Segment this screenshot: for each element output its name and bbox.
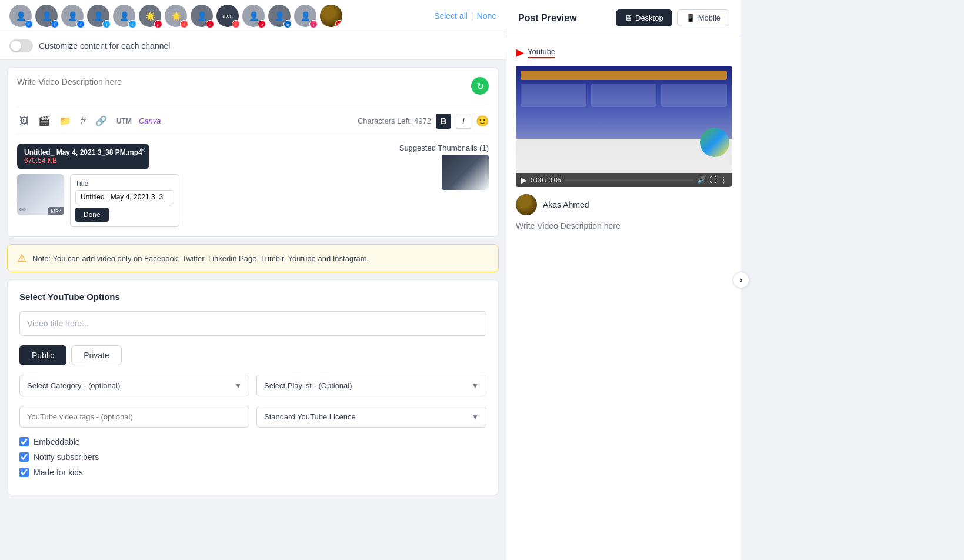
canva-btn[interactable]: Canva	[139, 116, 161, 125]
char-count: Characters Left: 4972	[358, 116, 431, 125]
private-button[interactable]: Private	[71, 345, 122, 365]
settings-icon[interactable]: ⋮	[720, 176, 727, 184]
italic-button[interactable]: I	[456, 114, 471, 129]
fullscreen-icon[interactable]: ⛶	[709, 176, 716, 184]
licence-dropdown[interactable]: Standard YouTube Licence ▼	[256, 406, 486, 428]
category-dropdown[interactable]: Select Category - (optional) ▼	[19, 375, 249, 396]
mobile-btn[interactable]: 📱 Mobile	[677, 9, 729, 26]
kids-row: Made for kids	[19, 468, 486, 477]
edit-icon[interactable]: ✏	[19, 205, 26, 214]
tags-input[interactable]	[19, 406, 249, 428]
channel-avatar-5[interactable]: 👤 t	[113, 5, 135, 27]
video-btn[interactable]: 🎬	[36, 113, 52, 129]
badge-alert-2: !	[232, 20, 240, 28]
licence-chevron: ▼	[472, 413, 479, 421]
yt-preview-tab: ▶ Youtube	[516, 46, 732, 59]
licence-label: Standard YouTube Licence	[264, 412, 356, 421]
note-text: Note: You can add video only on Facebook…	[32, 254, 369, 263]
link-btn[interactable]: 🔗	[93, 113, 109, 129]
view-buttons: 🖥 Desktop 📱 Mobile	[616, 9, 729, 26]
badge-pi-3: p	[258, 20, 266, 28]
channel-avatar-main[interactable]: ▶	[320, 5, 342, 27]
separator: |	[471, 11, 473, 21]
folder-btn[interactable]: 📁	[57, 113, 74, 129]
channel-avatar-10[interactable]: 👤 p	[242, 5, 265, 27]
progress-bar	[565, 179, 693, 181]
playlist-chevron: ▼	[472, 382, 479, 390]
suggested-thumbnails-label: Suggested Thumbnails (1)	[399, 144, 489, 152]
preview-avatar	[516, 194, 537, 215]
badge-li: in	[283, 20, 292, 28]
editor-toolbar: 🖼 🎬 📁 # 🔗 UTM Canva Characters Left: 497…	[17, 108, 489, 134]
select-all-link[interactable]: Select all	[434, 11, 468, 21]
badge-tw-2: t	[128, 20, 136, 28]
video-controls: ▶ 0:00 / 0:05 🔊 ⛶ ⋮	[516, 173, 732, 187]
channel-avatar-7[interactable]: 🌟 !	[165, 5, 187, 27]
selects-row: Select Category - (optional) ▼ Select Pl…	[19, 375, 486, 396]
channel-avatar-4[interactable]: 👤 t	[87, 5, 109, 27]
public-button[interactable]: Public	[19, 345, 66, 365]
file-name: Untitled_ May 4, 2021 3_38 PM.mp4	[24, 148, 142, 156]
preview-username: Akas Ahmed	[543, 200, 589, 209]
channel-bar: 👤 f 👤 f 👤 f 👤 t 👤 t 🌟 p 🌟 ! 👤 p	[0, 0, 506, 32]
preview-description: Write Video Description here	[516, 221, 732, 231]
badge-pi: p	[154, 20, 162, 28]
channel-avatar-2[interactable]: 👤 f	[35, 5, 58, 27]
none-link[interactable]: None	[477, 11, 496, 21]
channel-avatar-6[interactable]: 🌟 p	[139, 5, 161, 27]
thumbnail-image[interactable]	[442, 155, 489, 190]
notify-row: Notify subscribers	[19, 452, 486, 462]
right-panel: › Post Preview 🖥 Desktop 📱 Mobile ▶ Yout…	[506, 0, 741, 560]
file-popup: ✕ Untitled_ May 4, 2021 3_38 PM.mp4 670.…	[17, 144, 149, 169]
preview-user: Akas Ahmed	[516, 194, 732, 215]
description-textarea[interactable]	[17, 77, 471, 101]
playlist-dropdown[interactable]: Select Playlist - (Optional) ▼	[256, 375, 486, 396]
play-icon[interactable]: ▶	[521, 175, 527, 185]
collapse-toggle[interactable]: ›	[733, 272, 749, 288]
refresh-button[interactable]: ↻	[471, 77, 489, 95]
emoji-button[interactable]: 🙂	[476, 115, 489, 128]
badge-fb: f	[25, 20, 33, 28]
desktop-icon: 🖥	[625, 14, 632, 22]
title-input[interactable]	[75, 190, 174, 204]
embeddable-label: Embeddable	[34, 437, 80, 446]
channel-avatar-3[interactable]: 👤 f	[61, 5, 84, 27]
select-links: Select all | None	[434, 11, 496, 21]
category-chevron: ▼	[235, 382, 242, 390]
done-button[interactable]: Done	[75, 208, 109, 222]
hashtag-btn[interactable]: #	[78, 114, 88, 129]
toggle-knob	[11, 41, 21, 51]
file-area: ✕ Untitled_ May 4, 2021 3_38 PM.mp4 670.…	[17, 139, 489, 227]
preview-content: ▶ Youtube ▶ 0:00 / 0:05	[506, 36, 741, 560]
kids-label: Made for kids	[34, 468, 83, 477]
channel-avatar-12[interactable]: 👤 i	[294, 5, 316, 27]
desktop-btn[interactable]: 🖥 Desktop	[616, 9, 672, 26]
category-label: Select Category - (optional)	[27, 381, 120, 390]
image-btn[interactable]: 🖼	[17, 114, 31, 129]
file-thumbnail: ✏ MP4	[17, 174, 64, 215]
channel-avatar-11[interactable]: 👤 in	[268, 5, 291, 27]
video-title-input[interactable]	[19, 311, 486, 336]
volume-icon[interactable]: 🔊	[697, 176, 706, 184]
notify-checkbox[interactable]	[19, 452, 29, 462]
checkboxes-section: Embeddable Notify subscribers Made for k…	[19, 437, 486, 477]
tags-row: Standard YouTube Licence ▼	[19, 406, 486, 428]
utm-btn[interactable]: UTM	[114, 115, 134, 128]
file-type-label: MP4	[48, 207, 64, 215]
badge-ig: i	[309, 20, 318, 28]
bold-button[interactable]: B	[436, 114, 451, 129]
channel-avatar-9[interactable]: aten !	[216, 5, 239, 27]
title-label: Title	[75, 179, 174, 188]
youtube-options-section: Select YouTube Options Public Private Se…	[7, 279, 499, 495]
kids-checkbox[interactable]	[19, 468, 29, 477]
playlist-label: Select Playlist - (Optional)	[264, 381, 352, 390]
badge-tw: t	[102, 20, 111, 28]
preview-video: ▶ 0:00 / 0:05 🔊 ⛶ ⋮	[516, 66, 732, 187]
badge-pi-2: p	[206, 20, 214, 28]
customize-toggle[interactable]	[9, 39, 33, 52]
channel-avatar-1[interactable]: 👤 f	[9, 5, 32, 27]
popup-close-btn[interactable]: ✕	[140, 146, 146, 154]
channel-avatar-8[interactable]: 👤 p	[191, 5, 213, 27]
panel-title: Post Preview	[518, 13, 577, 24]
embeddable-checkbox[interactable]	[19, 437, 29, 446]
